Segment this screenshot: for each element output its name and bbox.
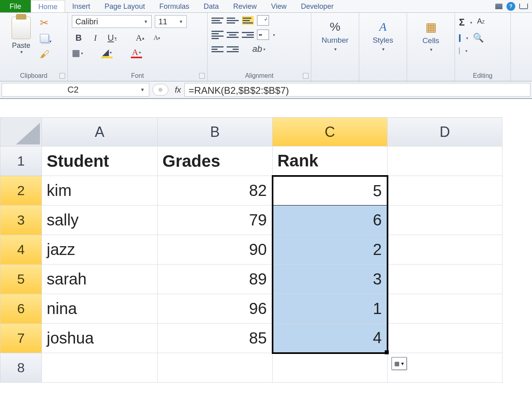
grow-font-button[interactable]: A▴ <box>133 32 147 44</box>
col-header-A[interactable]: A <box>42 118 158 146</box>
fill-color-button[interactable]: ◢▾ <box>101 48 113 58</box>
tab-view[interactable]: View <box>264 0 294 12</box>
row-header-2[interactable]: 2 <box>0 176 42 205</box>
align-right-icon[interactable] <box>242 30 254 39</box>
orientation-button[interactable]: ab▾ <box>253 44 264 54</box>
bold-button[interactable]: B <box>72 32 85 44</box>
align-top-icon[interactable] <box>212 16 223 25</box>
cell-D7[interactable] <box>388 324 502 353</box>
col-header-C[interactable]: C <box>273 118 388 146</box>
fill-button[interactable] <box>459 35 461 41</box>
fill-handle[interactable] <box>385 350 389 354</box>
cell-C7[interactable]: 4 ▦ <box>273 324 388 353</box>
tab-insert[interactable]: Insert <box>65 0 97 12</box>
shrink-font-button[interactable]: A▾ <box>150 32 164 44</box>
help-icon[interactable]: ? <box>506 2 515 11</box>
insert-function-oval[interactable] <box>152 84 168 96</box>
italic-button[interactable]: I <box>89 32 102 44</box>
row-header-4[interactable]: 4 <box>0 235 42 265</box>
name-box[interactable]: C2 ▼ <box>2 83 149 97</box>
decrease-indent-icon[interactable] <box>212 45 223 53</box>
group-styles[interactable]: A Styles ▼ <box>359 13 407 81</box>
cell-A3[interactable]: sally <box>42 205 158 235</box>
cell-D4[interactable] <box>388 235 502 265</box>
name-box-dropdown-icon[interactable]: ▼ <box>140 87 145 93</box>
find-select-icon[interactable]: 🔍 <box>473 33 484 43</box>
cell-C3[interactable]: 6 <box>273 205 388 235</box>
cell-B2[interactable]: 82 <box>158 176 273 205</box>
cell-B3[interactable]: 79 <box>158 205 273 235</box>
cell-C6[interactable]: 1 <box>273 294 388 324</box>
group-cells[interactable]: ▦ Cells ▼ <box>407 13 455 81</box>
wrap-text-button[interactable]: ↲ <box>257 15 269 26</box>
row-header-8[interactable]: 8 <box>0 353 42 383</box>
cell-A6[interactable]: nina <box>42 294 158 324</box>
minimize-ribbon-icon[interactable] <box>495 4 502 9</box>
cell-D3[interactable] <box>388 205 502 235</box>
col-header-D[interactable]: D <box>388 118 502 146</box>
row-header-6[interactable]: 6 <box>0 294 42 324</box>
copy-button[interactable]: ▾ <box>40 34 51 44</box>
align-middle-icon[interactable] <box>227 16 239 25</box>
row-header-7[interactable]: 7 <box>0 324 42 353</box>
align-center-icon[interactable] <box>227 30 239 39</box>
font-color-button[interactable]: A▾ <box>131 48 142 58</box>
row-header-3[interactable]: 3 <box>0 205 42 235</box>
font-dialog-launcher[interactable] <box>199 73 205 79</box>
tab-review[interactable]: Review <box>226 0 264 12</box>
cells-dropdown-icon[interactable]: ▼ <box>429 47 433 52</box>
formula-input[interactable]: =RANK(B2,$B$2:$B$7) <box>184 83 530 97</box>
alignment-dialog-launcher[interactable] <box>303 73 309 79</box>
increase-indent-icon[interactable] <box>227 45 239 53</box>
clear-button[interactable] <box>459 48 460 54</box>
clipboard-dialog-launcher[interactable] <box>59 73 65 79</box>
tab-home[interactable]: Home <box>31 0 65 12</box>
cell-B1[interactable]: Grades <box>158 146 273 176</box>
styles-dropdown-icon[interactable]: ▼ <box>381 47 386 51</box>
window-restore-icon[interactable] <box>519 4 528 9</box>
row-header-5[interactable]: 5 <box>0 265 42 294</box>
tab-pagelayout[interactable]: Page Layout <box>97 0 152 12</box>
tab-file[interactable]: File <box>0 0 31 12</box>
align-bottom-icon[interactable] <box>242 16 254 25</box>
cell-C8[interactable] <box>273 353 388 383</box>
cell-C5[interactable]: 3 <box>273 265 388 294</box>
font-name-combo[interactable]: Calibri▼ <box>72 15 152 28</box>
tab-developer[interactable]: Developer <box>294 0 341 12</box>
autofill-options-button[interactable]: ▦ <box>392 357 407 370</box>
cell-D6[interactable] <box>388 294 502 324</box>
cell-A1[interactable]: Student <box>42 146 158 176</box>
borders-button[interactable]: ▦▾ <box>72 48 83 58</box>
paste-dropdown-icon[interactable]: ▼ <box>19 50 24 54</box>
cell-B8[interactable] <box>158 353 273 383</box>
tab-data[interactable]: Data <box>196 0 226 12</box>
cut-icon[interactable]: ✂ <box>40 17 51 29</box>
cell-A2[interactable]: kim <box>42 176 158 205</box>
cell-B7[interactable]: 85 <box>158 324 273 353</box>
cell-B6[interactable]: 96 <box>158 294 273 324</box>
cell-A7[interactable]: joshua <box>42 324 158 353</box>
underline-button[interactable]: U▾ <box>105 32 119 44</box>
worksheet-grid[interactable]: A B C D 1 Student Grades Rank 2 kim 82 5… <box>0 117 532 383</box>
cell-B5[interactable]: 89 <box>158 265 273 294</box>
tab-formulas[interactable]: Formulas <box>152 0 196 12</box>
cell-D1[interactable] <box>388 146 502 176</box>
font-size-combo[interactable]: 11▼ <box>155 15 187 28</box>
sort-filter-icon[interactable]: AZ <box>477 17 487 28</box>
align-left-icon[interactable] <box>212 30 223 39</box>
number-dropdown-icon[interactable]: ▼ <box>333 47 338 51</box>
cell-D2[interactable] <box>388 176 502 205</box>
format-painter-icon[interactable]: 🖌 <box>40 49 51 60</box>
cell-C2[interactable]: 5 <box>273 176 388 205</box>
cell-A4[interactable]: jazz <box>42 235 158 265</box>
cell-A8[interactable] <box>42 353 158 383</box>
cell-C4[interactable]: 2 <box>273 235 388 265</box>
paste-button[interactable]: Paste ▼ <box>4 15 38 71</box>
row-header-1[interactable]: 1 <box>0 146 42 176</box>
cell-A5[interactable]: sarah <box>42 265 158 294</box>
cell-B4[interactable]: 90 <box>158 235 273 265</box>
col-header-B[interactable]: B <box>158 118 273 146</box>
cell-C1[interactable]: Rank <box>273 146 388 176</box>
group-number[interactable]: % Number ▼ <box>311 13 359 81</box>
autosum-icon[interactable]: Σ <box>459 17 465 28</box>
